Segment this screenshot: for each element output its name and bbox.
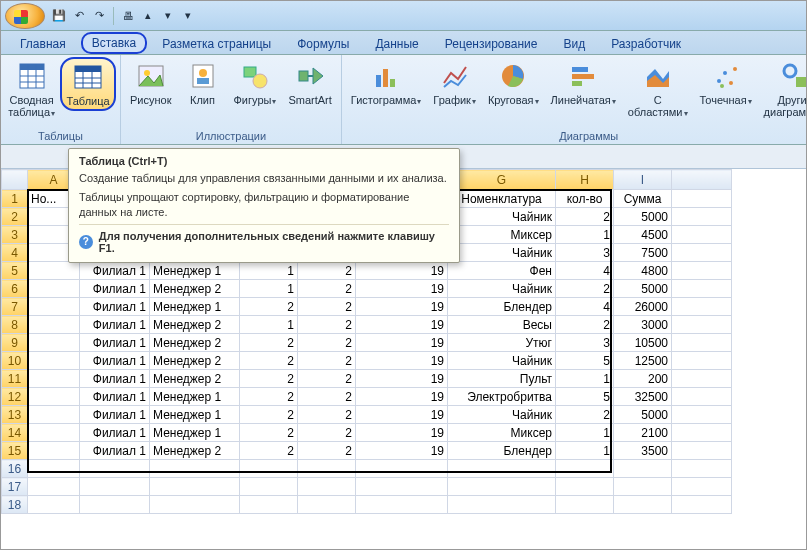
rowhead[interactable]: 13 — [2, 406, 28, 424]
cell[interactable] — [672, 262, 732, 280]
cell[interactable]: 2 — [556, 406, 614, 424]
sort-asc-icon[interactable]: ▴ — [140, 8, 156, 24]
table-row[interactable]: 17 — [2, 478, 732, 496]
save-icon[interactable]: 💾 — [51, 8, 67, 24]
cell[interactable] — [614, 496, 672, 514]
rowhead[interactable]: 8 — [2, 316, 28, 334]
cell[interactable]: 26000 — [614, 298, 672, 316]
cell[interactable]: 2 — [240, 406, 298, 424]
cell[interactable]: Миксер — [448, 226, 556, 244]
rowhead[interactable]: 18 — [2, 496, 28, 514]
cell[interactable]: Филиал 1 — [80, 298, 150, 316]
rowhead[interactable]: 7 — [2, 298, 28, 316]
cell[interactable] — [672, 496, 732, 514]
shapes-button[interactable]: Фигуры — [229, 57, 282, 110]
cell[interactable]: 10500 — [614, 334, 672, 352]
cell[interactable]: Менеджер 2 — [150, 370, 240, 388]
cell[interactable]: 19 — [356, 424, 448, 442]
cell[interactable]: Филиал 1 — [80, 262, 150, 280]
cell[interactable]: 2 — [556, 316, 614, 334]
cell[interactable]: 19 — [356, 352, 448, 370]
cell[interactable]: Менеджер 1 — [150, 424, 240, 442]
picture-button[interactable]: Рисунок — [125, 57, 177, 109]
cell[interactable] — [672, 316, 732, 334]
rowhead[interactable]: 15 — [2, 442, 28, 460]
table-row[interactable]: 5Филиал 1Менеджер 11219Фен44800 — [2, 262, 732, 280]
cell[interactable]: 19 — [356, 262, 448, 280]
cell[interactable]: Чайник — [448, 244, 556, 262]
cell[interactable]: 1 — [556, 442, 614, 460]
cell[interactable]: 19 — [356, 406, 448, 424]
cell[interactable] — [556, 460, 614, 478]
cell[interactable]: 4800 — [614, 262, 672, 280]
cell[interactable] — [672, 280, 732, 298]
scatter-chart-button[interactable]: Точечная — [695, 57, 757, 110]
cell[interactable]: 32500 — [614, 388, 672, 406]
area-chart-button[interactable]: С областями — [623, 57, 693, 122]
cell[interactable] — [356, 478, 448, 496]
cell[interactable]: 19 — [356, 334, 448, 352]
cell[interactable] — [298, 496, 356, 514]
cell[interactable]: 2 — [298, 298, 356, 316]
cell[interactable] — [672, 334, 732, 352]
cell[interactable]: 1 — [240, 280, 298, 298]
cell[interactable]: Чайник — [448, 406, 556, 424]
cell[interactable]: кол-во — [556, 190, 614, 208]
cell[interactable]: 2 — [298, 370, 356, 388]
cell[interactable]: 2 — [240, 442, 298, 460]
cell[interactable] — [28, 388, 80, 406]
tab-insert[interactable]: Вставка — [81, 32, 148, 54]
rowhead[interactable]: 4 — [2, 244, 28, 262]
cell[interactable] — [672, 226, 732, 244]
cell[interactable]: Филиал 1 — [80, 442, 150, 460]
tab-layout[interactable]: Разметка страницы — [151, 33, 282, 54]
pivot-table-button[interactable]: Сводная таблица — [5, 57, 58, 122]
cell[interactable]: 2 — [298, 406, 356, 424]
cell[interactable]: Менеджер 2 — [150, 334, 240, 352]
cell[interactable]: 19 — [356, 280, 448, 298]
table-row[interactable]: 15Филиал 1Менеджер 22219Блендер13500 — [2, 442, 732, 460]
cell[interactable]: Чайник — [448, 208, 556, 226]
cell[interactable]: 200 — [614, 370, 672, 388]
cell[interactable]: 5000 — [614, 280, 672, 298]
tab-view[interactable]: Вид — [552, 33, 596, 54]
cell[interactable]: 2 — [298, 442, 356, 460]
cell[interactable]: 19 — [356, 370, 448, 388]
print-icon[interactable]: 🖶 — [120, 8, 136, 24]
cell[interactable]: 2 — [240, 298, 298, 316]
tab-home[interactable]: Главная — [9, 33, 77, 54]
tab-formulas[interactable]: Формулы — [286, 33, 360, 54]
cell[interactable]: 2 — [240, 370, 298, 388]
cell[interactable]: 19 — [356, 298, 448, 316]
cell[interactable]: 4 — [556, 262, 614, 280]
cell[interactable] — [448, 478, 556, 496]
rowhead[interactable]: 3 — [2, 226, 28, 244]
cell[interactable]: Чайник — [448, 352, 556, 370]
cell[interactable] — [150, 460, 240, 478]
cell[interactable]: Менеджер 2 — [150, 442, 240, 460]
cell[interactable] — [28, 406, 80, 424]
cell[interactable]: Электробритва — [448, 388, 556, 406]
table-row[interactable]: 12Филиал 1Менеджер 12219Электробритва532… — [2, 388, 732, 406]
cell[interactable] — [672, 460, 732, 478]
cell[interactable] — [672, 478, 732, 496]
cell[interactable] — [448, 460, 556, 478]
cell[interactable]: 12500 — [614, 352, 672, 370]
cell[interactable]: 2 — [298, 262, 356, 280]
cell[interactable] — [556, 478, 614, 496]
cell[interactable]: Филиал 1 — [80, 424, 150, 442]
redo-icon[interactable]: ↷ — [91, 8, 107, 24]
cell[interactable] — [240, 496, 298, 514]
cell[interactable]: 2 — [298, 280, 356, 298]
cell[interactable]: 5 — [556, 352, 614, 370]
cell[interactable]: 19 — [356, 388, 448, 406]
rowhead-1[interactable]: 1 — [2, 190, 28, 208]
cell[interactable]: 5000 — [614, 406, 672, 424]
table-row[interactable]: 11Филиал 1Менеджер 22219Пульт1200 — [2, 370, 732, 388]
cell[interactable] — [614, 460, 672, 478]
cell[interactable] — [614, 478, 672, 496]
cell[interactable] — [28, 280, 80, 298]
cell[interactable]: Весы — [448, 316, 556, 334]
cell[interactable]: 7500 — [614, 244, 672, 262]
cell[interactable] — [28, 298, 80, 316]
